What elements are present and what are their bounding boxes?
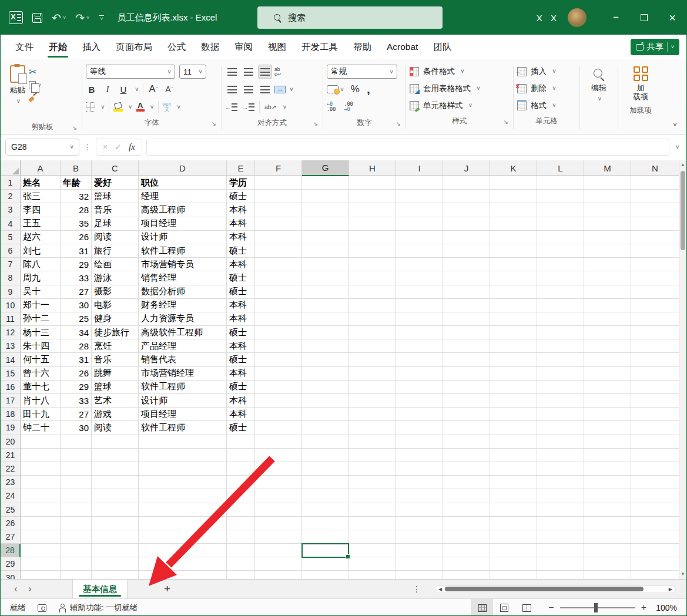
cell-D18[interactable]: 项目经理 (139, 408, 227, 421)
formula-input[interactable] (146, 139, 669, 156)
cell[interactable] (139, 462, 227, 476)
cell-C3[interactable]: 音乐 (92, 203, 139, 217)
cell[interactable] (21, 449, 61, 462)
cell-B5[interactable]: 26 (61, 231, 92, 244)
zoom-slider-handle[interactable] (594, 603, 598, 612)
cell-D8[interactable]: 销售经理 (139, 271, 227, 285)
cell[interactable] (21, 503, 61, 517)
cell[interactable] (631, 271, 679, 285)
cell[interactable] (396, 381, 443, 394)
cell[interactable] (396, 544, 443, 557)
cell-D2[interactable]: 经理 (139, 190, 227, 203)
row-header-24[interactable]: 24 (1, 489, 21, 503)
cell[interactable] (227, 489, 255, 503)
cell-C2[interactable]: 篮球 (92, 190, 139, 203)
undo-button[interactable]: ↶˅ (52, 11, 66, 25)
cell[interactable] (584, 435, 631, 449)
cell[interactable] (490, 489, 537, 503)
cell[interactable] (443, 326, 490, 339)
cell[interactable] (255, 557, 302, 571)
cell[interactable] (349, 299, 396, 312)
cell-B10[interactable]: 30 (61, 299, 92, 312)
cell[interactable] (443, 367, 490, 381)
tab-team[interactable]: 团队 (425, 35, 459, 59)
row-header-5[interactable]: 5 (1, 231, 21, 244)
row-header-11[interactable]: 11 (1, 312, 21, 326)
increase-indent-button[interactable]: → (242, 103, 254, 111)
cell-B13[interactable]: 28 (61, 339, 92, 353)
wrap-text-icon[interactable]: abc↩ (274, 67, 281, 76)
scroll-down-icon[interactable]: ▼ (679, 570, 686, 579)
cell-C1[interactable]: 爱好 (92, 176, 139, 190)
cell[interactable] (302, 449, 349, 462)
cell-B6[interactable]: 31 (61, 244, 92, 258)
row-header-9[interactable]: 9 (1, 285, 21, 299)
cell[interactable] (443, 435, 490, 449)
cell[interactable] (396, 217, 443, 231)
percent-style-button[interactable]: % (351, 83, 360, 95)
tab-home[interactable]: 开始 (41, 35, 75, 59)
row-header-4[interactable]: 4 (1, 217, 21, 231)
cell[interactable] (584, 530, 631, 544)
decrease-font-button[interactable]: Aˇ (163, 85, 175, 94)
cell[interactable] (396, 176, 443, 190)
cell[interactable] (584, 462, 631, 476)
cell[interactable] (537, 530, 584, 544)
save-icon[interactable] (32, 13, 42, 23)
cell[interactable] (537, 231, 584, 244)
page-break-view-button[interactable] (515, 599, 538, 616)
cell[interactable] (631, 449, 679, 462)
cell[interactable] (537, 285, 584, 299)
cell[interactable] (255, 258, 302, 271)
cell[interactable] (255, 381, 302, 394)
row-header-7[interactable]: 7 (1, 258, 21, 271)
cell[interactable] (537, 244, 584, 258)
cell[interactable] (443, 530, 490, 544)
cell[interactable] (490, 571, 537, 579)
cell-D3[interactable]: 高级工程师 (139, 203, 227, 217)
cell[interactable] (92, 557, 139, 571)
cell-A16[interactable]: 董十七 (21, 381, 61, 394)
cell[interactable] (443, 299, 490, 312)
cell[interactable] (255, 421, 302, 435)
cell[interactable] (490, 435, 537, 449)
cell[interactable] (139, 449, 227, 462)
expand-formula-bar-icon[interactable]: ˅ (673, 143, 682, 150)
row-header-20[interactable]: 20 (1, 435, 21, 449)
cancel-icon[interactable]: × (103, 142, 108, 152)
cell[interactable] (537, 544, 584, 557)
cell[interactable] (302, 285, 349, 299)
cell[interactable] (584, 408, 631, 421)
cell[interactable] (396, 517, 443, 530)
cell-E4[interactable]: 本科 (227, 217, 255, 231)
zoom-out-button[interactable]: − (548, 602, 554, 613)
cell-C10[interactable]: 电影 (92, 299, 139, 312)
cell[interactable] (227, 503, 255, 517)
cell[interactable] (396, 449, 443, 462)
cell[interactable] (443, 231, 490, 244)
cell-C6[interactable]: 旅行 (92, 244, 139, 258)
tab-formulas[interactable]: 公式 (160, 35, 193, 59)
cell[interactable] (443, 571, 490, 579)
cell[interactable] (255, 503, 302, 517)
cell[interactable] (92, 435, 139, 449)
cell[interactable] (490, 476, 537, 489)
cell[interactable] (537, 299, 584, 312)
cell[interactable] (584, 203, 631, 217)
cell[interactable] (92, 517, 139, 530)
cell[interactable] (396, 271, 443, 285)
row-header-13[interactable]: 13 (1, 339, 21, 353)
cell[interactable] (349, 462, 396, 476)
cell-E13[interactable]: 本科 (227, 339, 255, 353)
cell[interactable] (443, 557, 490, 571)
enter-icon[interactable]: ✓ (115, 142, 122, 152)
collapse-ribbon-icon[interactable]: ˅ (673, 121, 677, 129)
cell[interactable] (349, 476, 396, 489)
cell[interactable] (139, 517, 227, 530)
row-header-18[interactable]: 18 (1, 408, 21, 421)
cell[interactable] (139, 530, 227, 544)
cell[interactable] (227, 544, 255, 557)
cell-C9[interactable]: 摄影 (92, 285, 139, 299)
cell[interactable] (92, 449, 139, 462)
cell[interactable] (537, 517, 584, 530)
